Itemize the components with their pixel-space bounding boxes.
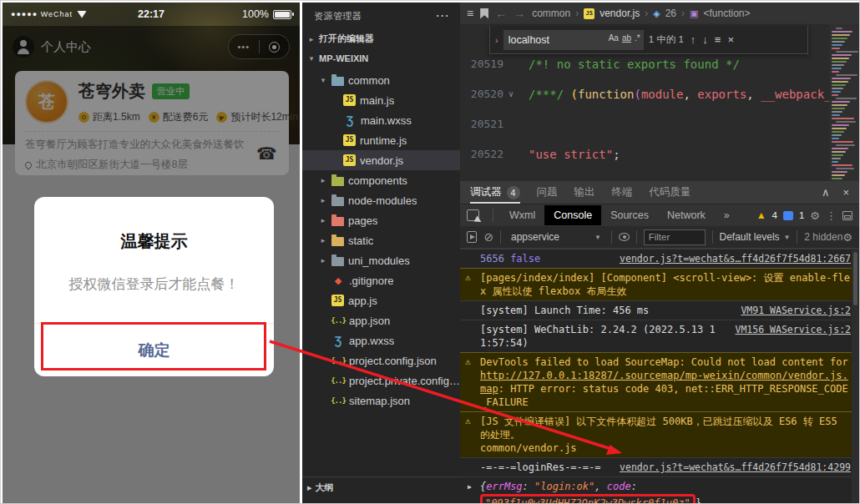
tree-item-static[interactable]: ▸ static <box>302 230 460 250</box>
console-message-text: DevTools failed to load SourceMap: Could… <box>480 355 851 409</box>
console-message-text: [system] Launch Time: 456 ms <box>480 304 729 317</box>
debugger-tab-output[interactable]: 输出 <box>574 181 595 204</box>
console-message-text: [system] WeChatLib: 2.24.2 (2022.5.13 11… <box>480 323 724 350</box>
file-explorer-panel: 资源管理器 ··· ▸ 打开的编辑器 ▾ MP-WEIXIN ▾ common … <box>302 3 460 503</box>
devtools-tab-more[interactable]: » <box>715 205 739 225</box>
breadcrumb-folder[interactable]: common <box>532 8 570 19</box>
tree-item-node-modules[interactable]: ▸ node-modules <box>302 190 460 210</box>
panel-collapse-icon[interactable]: ∧ <box>822 186 830 199</box>
warning-count-icon[interactable]: ▲ <box>756 209 766 221</box>
devtools-tab-console[interactable]: Console <box>544 205 601 225</box>
editor-minimap[interactable] <box>829 24 859 181</box>
modal-button-row: 确定 <box>34 323 274 376</box>
fold-chevron-icon[interactable]: ∨ <box>503 79 519 109</box>
console-filter-input[interactable] <box>644 229 706 245</box>
tree-item-project-private-config-js[interactable]: {..} project.private.config.js… <box>302 370 460 391</box>
debugger-tab-terminal[interactable]: 终端 <box>612 181 633 204</box>
tree-item-label: app.js <box>348 295 377 307</box>
tree-chevron-icon: ▾ <box>319 76 327 84</box>
devtools-tab-sources[interactable]: Sources <box>601 205 658 225</box>
breadcrumb-file[interactable]: vendor.js <box>599 8 640 19</box>
tree-item-app-json[interactable]: {..} app.json <box>302 310 460 330</box>
debugger-tab-problems[interactable]: 问题 <box>537 181 558 204</box>
find-close-icon[interactable]: × <box>727 33 734 46</box>
console-scrollbar[interactable] <box>852 249 859 503</box>
debugger-tab-label: 问题 <box>537 185 558 199</box>
debugger-tab-debugger[interactable]: 调试器 4 <box>470 181 520 204</box>
tree-item-common[interactable]: ▾ common <box>302 70 460 90</box>
live-expression-eye-icon[interactable] <box>619 233 630 241</box>
console-toolbar: ⊘ appservice ▼ Default levels ▼ 2 hidden… <box>460 226 859 249</box>
console-source-link[interactable]: VM91 WAService.js:2 <box>741 304 851 317</box>
tree-item-runtime-js[interactable]: JS runtime.js <box>302 130 460 150</box>
modal-message: 授权微信登录后才能点餐！ <box>34 275 274 294</box>
tree-item-components[interactable]: ▸ components <box>302 170 460 190</box>
battery-icon <box>273 10 291 19</box>
tree-item-gitignore[interactable]: ◆ .gitignore <box>302 270 460 290</box>
tree-chevron-icon: ▸ <box>319 216 327 224</box>
issues-bubble-icon[interactable] <box>783 211 793 220</box>
tree-item-sitemap-json[interactable]: {..} sitemap.json <box>302 391 460 411</box>
fold-chevron-icon[interactable] <box>503 109 519 139</box>
console-source-link[interactable]: vendor.js?t=wechat&s…ff4d26f7f54d81:4299 <box>620 461 851 474</box>
breadcrumb-symbol[interactable]: <function> <box>703 8 750 19</box>
console-message-text: 5656 false <box>480 252 608 265</box>
log-levels-select[interactable]: Default levels ▼ <box>720 231 791 243</box>
clear-console-icon[interactable]: ⊘ <box>483 230 493 244</box>
console-sidebar-toggle-icon[interactable] <box>467 231 477 243</box>
match-case-toggle[interactable]: Aa <box>609 33 619 43</box>
explorer-more-actions-icon[interactable]: ··· <box>437 10 451 22</box>
devtools-settings-icon[interactable]: ⚙ <box>810 209 820 222</box>
find-expand-chevron-icon[interactable]: › <box>495 35 498 45</box>
status-bar: ●●●●● WeChat 22:17 100% <box>3 3 300 26</box>
forward-arrow-icon[interactable]: → <box>513 7 525 20</box>
inspect-element-icon[interactable] <box>467 209 479 221</box>
tree-item-main-wxss[interactable]: Ʒ main.wxss <box>302 110 460 130</box>
console-source-link[interactable]: VM156 WAService.js:2 <box>736 323 851 336</box>
tree-item-app-wxss[interactable]: Ʒ app.wxss <box>302 330 460 350</box>
dock-side-icon[interactable] <box>842 211 852 220</box>
find-in-selection-icon[interactable]: ≡ <box>715 33 721 46</box>
tree-item-label: components <box>348 174 407 187</box>
dropdown-caret-icon: ▼ <box>594 234 601 241</box>
whole-word-toggle[interactable]: ab <box>622 33 631 43</box>
tree-item-label: app.json <box>349 315 390 327</box>
tree-item-main-js[interactable]: JS main.js <box>302 90 460 110</box>
tree-item-label: .gitignore <box>349 275 393 287</box>
editor-menu-icon[interactable]: ≡ <box>467 7 473 20</box>
clock-label: 22:17 <box>111 8 191 20</box>
tree-item-app-js[interactable]: JS app.js <box>302 290 460 310</box>
find-widget: › Aa ab .* 1 中的 1 ↑ ↓ ≡ × <box>489 26 808 54</box>
tree-item-pages[interactable]: ▸ pages <box>302 210 460 230</box>
tree-item-vendor-js[interactable]: JS vendor.js <box>302 150 460 170</box>
execution-context-select[interactable]: appservice ▼ <box>508 229 605 244</box>
console-message: 5656 false vendor.js?t=wechat&s…ff4d26f7… <box>460 249 859 268</box>
devtools-more-icon[interactable]: ⋮ <box>826 209 837 222</box>
devtools-tab-network[interactable]: Network <box>658 205 715 225</box>
console-log: 5656 false vendor.js?t=wechat&s…ff4d26f7… <box>460 249 859 503</box>
console-message: ⚠ DevTools failed to load SourceMap: Cou… <box>460 352 859 411</box>
confirm-button[interactable]: 确定 <box>139 340 170 361</box>
json-icon: {..} <box>331 355 345 367</box>
back-arrow-icon[interactable]: ← <box>495 7 507 20</box>
devtools-tab-wxml[interactable]: Wxml <box>500 205 544 225</box>
regex-toggle[interactable]: .* <box>635 33 640 43</box>
find-next-icon[interactable]: ↓ <box>702 33 708 46</box>
outline-section[interactable]: ▸ 大纲 <box>302 476 460 498</box>
console-settings-icon[interactable]: ⚙ <box>842 231 852 244</box>
tree-item-project-config-json[interactable]: {..} project.config.json <box>302 350 460 370</box>
project-root-section[interactable]: ▾ MP-WEIXIN <box>302 48 460 68</box>
debugger-tab-code-quality[interactable]: 代码质量 <box>650 181 691 204</box>
expand-triangle-icon[interactable]: ▶ <box>468 481 472 494</box>
tree-item-label: uni_modules <box>348 255 410 267</box>
console-source-link[interactable]: vendor.js?t=wechat&s…ff4d26f7f54d81:2667 <box>620 252 851 265</box>
editor-topbar: ≡ ← → common › JS vendor.js › ◈ 26 › ▣ <… <box>460 3 859 24</box>
find-previous-icon[interactable]: ↑ <box>691 33 696 46</box>
bookmark-icon[interactable] <box>480 8 488 19</box>
tree-item-uni-modules[interactable]: ▸ uni_modules <box>302 250 460 270</box>
open-editors-section[interactable]: ▸ 打开的编辑器 <box>302 29 460 48</box>
folder-pages-icon <box>331 217 344 226</box>
breadcrumb-line[interactable]: 26 <box>665 8 676 19</box>
panel-close-icon[interactable]: × <box>842 186 849 199</box>
fold-chevron-icon[interactable] <box>503 139 519 169</box>
